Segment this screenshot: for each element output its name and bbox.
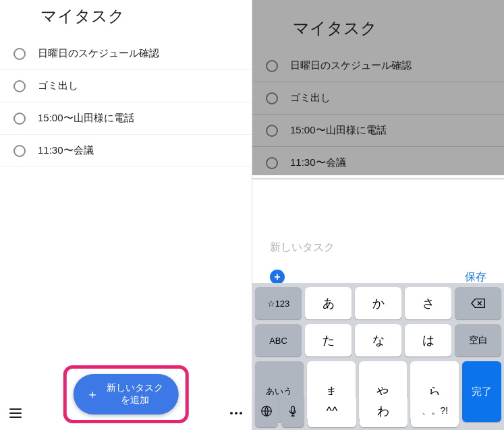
key-enter[interactable]: 完了 xyxy=(462,361,501,422)
key-backspace[interactable] xyxy=(455,287,501,319)
task-row: 15:00〜山田様に電話 xyxy=(252,115,504,147)
key-mode-num[interactable]: ☆123 xyxy=(255,287,302,319)
key-kana[interactable]: わ xyxy=(360,395,408,427)
key-kana[interactable]: た xyxy=(305,324,352,357)
key-mic[interactable] xyxy=(281,395,304,427)
checkbox-icon[interactable] xyxy=(13,48,26,60)
page-title: マイタスク xyxy=(252,0,504,50)
task-row: ゴミ出し xyxy=(252,82,504,115)
key-kana[interactable]: ^^ xyxy=(308,395,356,427)
key-kana[interactable]: さ xyxy=(405,287,451,319)
backspace-icon xyxy=(471,297,486,309)
task-list: 日曜日のスケジュール確認 ゴミ出し 15:00〜山田様に電話 11:30〜会議 xyxy=(0,38,252,167)
checkbox-icon xyxy=(266,60,278,72)
svg-rect-1 xyxy=(291,406,295,412)
task-label: 11:30〜会議 xyxy=(38,144,94,157)
task-row: 日曜日のスケジュール確認 xyxy=(252,50,504,82)
task-row[interactable]: 日曜日のスケジュール確認 xyxy=(0,38,252,70)
mic-icon xyxy=(285,405,300,417)
add-task-label: 新しいタスクを追加 xyxy=(104,382,165,406)
checkbox-icon xyxy=(266,125,278,137)
key-mode-abc[interactable]: ABC xyxy=(255,324,302,357)
checkbox-icon[interactable] xyxy=(13,113,26,125)
checkbox-icon xyxy=(266,92,278,104)
key-kana[interactable]: は xyxy=(405,324,451,357)
globe-icon xyxy=(259,405,274,417)
key-space[interactable]: 空白 xyxy=(455,324,501,357)
key-kana[interactable]: な xyxy=(355,324,401,357)
add-task-highlight: ＋ 新しいタスクを追加 xyxy=(63,365,189,423)
task-label: 日曜日のスケジュール確認 xyxy=(38,47,159,60)
checkbox-icon xyxy=(266,157,278,169)
task-label: ゴミ出し xyxy=(290,92,331,104)
task-label: 日曜日のスケジュール確認 xyxy=(290,59,412,72)
phone-screen-list: マイタスク 日曜日のスケジュール確認 ゴミ出し 15:00〜山田様に電話 11:… xyxy=(0,0,252,430)
add-detail-button[interactable]: + xyxy=(270,270,285,284)
more-icon[interactable] xyxy=(230,412,242,414)
task-row: 11:30〜会議 xyxy=(252,147,504,179)
key-globe[interactable] xyxy=(255,395,278,427)
new-task-input[interactable]: 新しいタスク xyxy=(252,226,504,267)
key-kana[interactable]: か xyxy=(355,287,401,319)
save-button[interactable]: 保存 xyxy=(465,270,486,284)
plus-icon: ＋ xyxy=(86,388,99,400)
add-task-button[interactable]: ＋ 新しいタスクを追加 xyxy=(73,374,179,414)
page-title: マイタスク xyxy=(0,0,252,38)
task-row[interactable]: ゴミ出し xyxy=(0,70,252,102)
dimmed-background: マイタスク 日曜日のスケジュール確認 ゴミ出し 15:00〜山田様に電話 11:… xyxy=(252,0,504,175)
soft-keyboard: ☆123 あ か さ ABC た な は 空白 あいう ま や ら 完了 xyxy=(252,283,504,430)
phone-screen-compose: マイタスク 日曜日のスケジュール確認 ゴミ出し 15:00〜山田様に電話 11:… xyxy=(252,0,504,430)
task-label: ゴミ出し xyxy=(38,80,78,92)
checkbox-icon[interactable] xyxy=(13,145,26,157)
task-label: 11:30〜会議 xyxy=(290,156,346,169)
key-kana[interactable]: あ xyxy=(305,287,352,319)
task-row[interactable]: 15:00〜山田様に電話 xyxy=(0,102,252,135)
task-label: 15:00〜山田様に電話 xyxy=(38,112,134,125)
checkbox-icon[interactable] xyxy=(13,80,26,92)
key-punct[interactable]: 、。?! xyxy=(411,395,459,427)
task-list: 日曜日のスケジュール確認 ゴミ出し 15:00〜山田様に電話 11:30〜会議 xyxy=(252,50,504,179)
task-row[interactable]: 11:30〜会議 xyxy=(0,135,252,167)
hamburger-menu-icon[interactable] xyxy=(9,408,22,418)
task-label: 15:00〜山田様に電話 xyxy=(290,124,387,137)
